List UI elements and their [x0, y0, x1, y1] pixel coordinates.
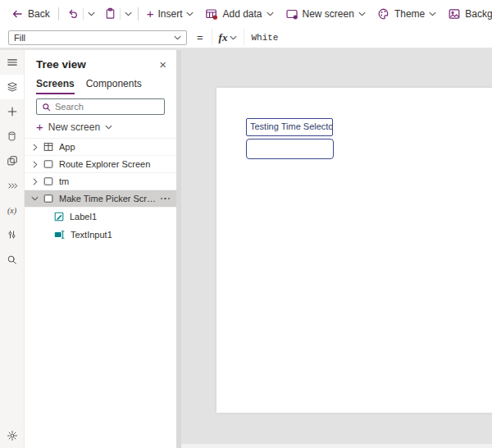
theme-button[interactable]: Theme	[371, 3, 442, 25]
rail-tree-view-button[interactable]	[0, 75, 24, 99]
rail-data-button[interactable]	[0, 124, 24, 149]
insert-button[interactable]: + Insert	[141, 3, 200, 25]
text-input-icon	[53, 229, 66, 240]
search-icon	[42, 103, 51, 112]
app-icon	[43, 141, 54, 153]
new-screen-label: New screen	[303, 8, 354, 20]
search-icon	[7, 254, 17, 265]
rail-media-button[interactable]	[0, 149, 24, 173]
paste-button[interactable]	[98, 3, 119, 25]
power-automate-icon	[7, 181, 18, 191]
add-data-button[interactable]: Add data	[199, 3, 279, 25]
tree-view-icon	[7, 81, 18, 93]
new-screen-button[interactable]: New screen	[280, 3, 371, 25]
canvas-text-input-control[interactable]	[246, 139, 334, 159]
theme-label: Theme	[394, 8, 425, 20]
tree-item-label: Label1	[70, 212, 176, 222]
left-icon-rail: (x)	[0, 50, 25, 448]
powerapps-studio-window: Back + Insert	[0, 0, 492, 448]
clipboard-icon	[104, 7, 116, 20]
chevron-down-icon	[186, 11, 194, 16]
rail-variables-button[interactable]: (x)	[0, 198, 24, 222]
undo-dropdown-chevron[interactable]	[84, 3, 98, 25]
label-icon	[53, 211, 65, 222]
add-data-label: Add data	[222, 8, 262, 20]
media-icon	[7, 155, 18, 167]
panel-tabs: Screens Components	[25, 73, 176, 94]
plus-icon: +	[36, 121, 43, 133]
toolbar-separator	[58, 7, 59, 21]
chevron-down-icon	[358, 11, 366, 16]
chevron-right-icon[interactable]	[30, 161, 40, 168]
tree-item-textinput1[interactable]: TextInput1	[25, 226, 176, 244]
fx-icon: fx	[219, 31, 228, 44]
formula-expression[interactable]: White	[251, 33, 278, 43]
tree-item-label: Route Explorer Screen	[59, 159, 176, 169]
back-button[interactable]: Back	[5, 3, 56, 25]
tree-item-label1[interactable]: Label1	[25, 208, 176, 226]
formula-bar: Fill = fx White	[0, 27, 492, 48]
toolbar-separator	[138, 7, 139, 21]
chevron-right-icon[interactable]	[30, 144, 40, 151]
search-input[interactable]	[55, 102, 159, 112]
equals-sign: =	[197, 31, 203, 43]
horizontal-scrollbar[interactable]	[181, 444, 492, 448]
plus-icon: +	[147, 7, 154, 20]
back-arrow-icon	[11, 7, 24, 21]
chevron-down-icon	[429, 11, 436, 16]
canvas-area[interactable]: Testing Time Selector	[181, 50, 492, 448]
insert-plus-icon	[7, 106, 18, 117]
tree-item-route-explorer-screen[interactable]: Route Explorer Screen	[25, 156, 176, 173]
new-screen-tree-button[interactable]: + New screen	[25, 117, 176, 138]
fx-dropdown[interactable]: fx	[212, 29, 245, 46]
tree-item-tm[interactable]: tm	[25, 173, 176, 190]
chevron-down-icon	[266, 11, 274, 16]
undo-button[interactable]	[61, 3, 82, 25]
property-name: Fill	[14, 33, 25, 43]
screens-tree: App Route Explorer Screen	[25, 138, 176, 448]
screen-artboard[interactable]: Testing Time Selector	[216, 88, 492, 413]
background-image-label: Background image	[465, 8, 492, 20]
variables-icon: (x)	[7, 206, 16, 215]
tab-components[interactable]: Components	[86, 78, 142, 94]
rail-insert-button[interactable]	[0, 99, 24, 124]
rail-settings-button[interactable]	[0, 423, 24, 448]
chevron-down-icon[interactable]	[30, 196, 40, 201]
tree-item-label: Make Time Picker Screen	[59, 194, 161, 203]
split-divider	[83, 8, 84, 20]
insert-label: Insert	[157, 8, 182, 20]
screen-icon	[43, 176, 54, 187]
canvas-label-control[interactable]: Testing Time Selector	[246, 118, 333, 136]
tree-item-label: TextInput1	[71, 230, 176, 240]
tree-view-panel: Tree view × Screens Components + New scr…	[25, 50, 176, 448]
property-selector[interactable]: Fill	[8, 30, 187, 45]
undo-icon	[67, 7, 80, 20]
screen-icon	[43, 158, 54, 170]
chevron-right-icon[interactable]	[30, 178, 40, 185]
hamburger-menu-icon	[7, 57, 18, 68]
tab-screens[interactable]: Screens	[36, 78, 75, 94]
more-options-icon[interactable]	[161, 198, 171, 200]
rail-advanced-tools-button[interactable]	[0, 222, 24, 247]
tree-item-app[interactable]: App	[25, 139, 176, 156]
background-image-button[interactable]: Background image	[442, 3, 492, 25]
background-image-icon	[448, 7, 461, 21]
new-screen-label: New screen	[48, 121, 100, 133]
chevron-down-icon	[174, 35, 181, 40]
tree-item-label: App	[59, 142, 176, 152]
close-icon[interactable]: ×	[156, 58, 170, 71]
theme-palette-icon	[377, 7, 390, 21]
gear-icon	[7, 430, 18, 441]
top-toolbar: Back + Insert	[0, 0, 492, 27]
back-label: Back	[28, 8, 50, 20]
split-divider	[120, 8, 121, 20]
rail-menu-button[interactable]	[0, 50, 24, 75]
paste-dropdown-chevron[interactable]	[121, 3, 135, 25]
tree-item-make-time-picker-screen[interactable]: Make Time Picker Screen	[25, 190, 176, 208]
chevron-down-icon	[230, 35, 237, 40]
data-cylinder-icon	[7, 130, 17, 142]
rail-power-automate-button[interactable]	[0, 173, 24, 198]
search-box[interactable]	[36, 98, 165, 115]
rail-search-button[interactable]	[0, 247, 24, 272]
chevron-down-icon	[105, 125, 112, 130]
